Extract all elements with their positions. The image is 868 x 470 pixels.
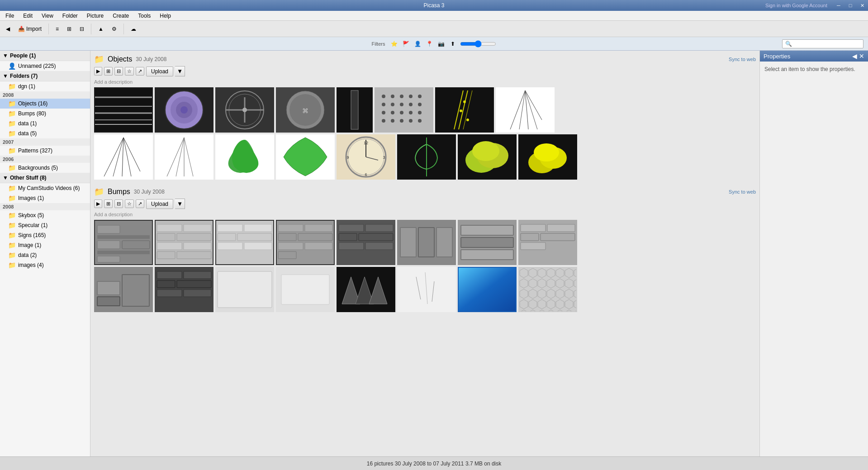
bumps-thumb-13[interactable]: [337, 267, 395, 312]
filter-flag-icon[interactable]: 🚩: [401, 39, 410, 48]
sidebar-item-signs[interactable]: 📁 Signs (165): [0, 230, 90, 240]
photo-thumb-obj6[interactable]: [375, 87, 433, 133]
other-stuff-section-header[interactable]: ▼ Other Stuff (8): [0, 173, 90, 183]
bumps-upload-btn[interactable]: Upload: [146, 199, 173, 209]
objects-description[interactable]: Add a description: [94, 79, 756, 85]
photo-thumb-obj10[interactable]: [155, 134, 213, 180]
bumps-thumb-5[interactable]: [337, 220, 395, 265]
photo-thumb-obj7[interactable]: [435, 87, 494, 133]
people-section-header[interactable]: ▼ People (1): [0, 51, 90, 61]
filter-star-icon[interactable]: ⭐: [389, 39, 398, 48]
menu-create[interactable]: Create: [109, 12, 133, 20]
folders-section-header[interactable]: ▼ Folders (7): [0, 71, 90, 81]
menu-view[interactable]: View: [38, 12, 57, 20]
photo-thumb-obj16[interactable]: [518, 134, 577, 180]
photo-thumb-obj5[interactable]: [337, 87, 373, 133]
filter-upload-icon[interactable]: ⬆: [448, 39, 457, 48]
minimize-button[interactable]: ─: [833, 0, 844, 11]
menu-folder[interactable]: Folder: [59, 12, 81, 20]
filter-camera-icon[interactable]: 📷: [436, 39, 446, 48]
photo-thumb-obj12[interactable]: [276, 134, 335, 180]
bumps-collage-btn[interactable]: ⊞: [104, 199, 113, 208]
photo-thumb-obj9[interactable]: [94, 134, 153, 180]
bumps-thumb-6[interactable]: [397, 220, 456, 265]
view-options-button[interactable]: ⊟: [76, 24, 87, 34]
bumps-thumb-12[interactable]: [276, 267, 335, 312]
objects-play-btn[interactable]: ▶: [94, 67, 102, 76]
objects-share-btn[interactable]: ↗: [136, 67, 144, 76]
sidebar-item-data2[interactable]: 📁 data (2): [0, 250, 90, 260]
menu-file[interactable]: File: [2, 12, 18, 20]
sidebar-item-image1[interactable]: 📁 Image (1): [0, 240, 90, 250]
sidebar-item-data5[interactable]: 📁 data (5): [0, 128, 90, 138]
panel-collapse-btn[interactable]: ◀: [852, 52, 857, 60]
objects-upload-dropdown[interactable]: ▼: [175, 66, 185, 76]
photo-thumb-obj13[interactable]: 12369: [337, 134, 395, 180]
objects-upload-btn[interactable]: Upload: [146, 66, 173, 76]
close-button[interactable]: ✕: [856, 0, 868, 11]
menu-edit[interactable]: Edit: [19, 12, 36, 20]
folder-icon-signs: 📁: [8, 232, 16, 239]
sidebar-item-dgn[interactable]: 📁 dgn (1): [0, 81, 90, 91]
bumps-thumb-1[interactable]: [94, 220, 153, 265]
sidebar-item-skybox[interactable]: 📁 Skybox (5): [0, 210, 90, 220]
bumps-thumb-7[interactable]: [458, 220, 517, 265]
search-input[interactable]: [782, 39, 863, 48]
bumps-thumb-9[interactable]: [94, 267, 153, 312]
sidebar-item-objects[interactable]: 📁 Objects (16): [0, 99, 90, 109]
bumps-description[interactable]: Add a description: [94, 212, 756, 217]
photo-thumb-obj14[interactable]: [397, 134, 456, 180]
bumps-star-btn[interactable]: ☆: [125, 199, 134, 208]
sidebar-item-images1[interactable]: 📁 Images (1): [0, 193, 90, 203]
sidebar-item-images4[interactable]: 📁 images (4): [0, 260, 90, 270]
photo-thumb-obj2[interactable]: [155, 87, 213, 133]
bumps-play-btn[interactable]: ▶: [94, 199, 102, 208]
photo-thumb-obj1[interactable]: [94, 87, 153, 133]
photo-thumb-obj3[interactable]: [215, 87, 274, 133]
bumps-share-btn[interactable]: ↗: [136, 199, 144, 208]
objects-sync-label[interactable]: Sync to web: [729, 57, 756, 62]
sidebar-item-specular[interactable]: 📁 Specular (1): [0, 220, 90, 230]
sidebar-item-camstudio[interactable]: 📁 My CamStudio Videos (6): [0, 183, 90, 193]
bumps-upload-dropdown[interactable]: ▼: [175, 199, 185, 209]
bumps-thumb-15[interactable]: [458, 267, 517, 312]
menu-tools[interactable]: Tools: [134, 12, 154, 20]
sidebar-item-bumps[interactable]: 📁 Bumps (80): [0, 109, 90, 119]
objects-grid-btn[interactable]: ⊟: [114, 67, 123, 76]
sidebar-item-backgrounds[interactable]: 📁 Backgrounds (5): [0, 163, 90, 173]
bumps-thumb-2[interactable]: [155, 220, 213, 265]
bumps-thumb-8[interactable]: [518, 220, 577, 265]
bumps-thumb-3[interactable]: [215, 220, 274, 265]
bumps-thumb-14[interactable]: [397, 267, 456, 312]
panel-close-btn[interactable]: ✕: [859, 52, 864, 60]
bumps-thumb-11[interactable]: [215, 267, 274, 312]
folder-settings-button[interactable]: ⚙: [109, 24, 120, 34]
back-button[interactable]: ◀: [3, 24, 13, 34]
folder-up-button[interactable]: ▲: [95, 24, 107, 34]
bumps-grid-btn[interactable]: ⊟: [114, 199, 123, 208]
view-list-button[interactable]: ≡: [52, 24, 62, 34]
restore-button[interactable]: □: [844, 0, 856, 11]
photo-thumb-obj4[interactable]: ⌘: [276, 87, 335, 133]
photo-thumb-obj8[interactable]: [496, 87, 555, 133]
menu-help[interactable]: Help: [156, 12, 175, 20]
bumps-thumb-10[interactable]: [155, 267, 213, 312]
menu-picture[interactable]: Picture: [83, 12, 107, 20]
bumps-thumb-4[interactable]: [276, 220, 335, 265]
sign-in-link[interactable]: Sign in with Google Account: [765, 0, 827, 11]
sidebar-item-patterns[interactable]: 📁 Patterns (327): [0, 146, 90, 156]
objects-star-btn[interactable]: ☆: [125, 67, 134, 76]
bumps-thumb-16[interactable]: [518, 267, 577, 312]
photo-thumb-obj15[interactable]: [458, 134, 517, 180]
filter-geo-icon[interactable]: 📍: [425, 39, 434, 48]
sidebar-item-unnamed[interactable]: 👤 Unnamed (225): [0, 61, 90, 71]
upload-button[interactable]: ☁: [128, 24, 139, 34]
filter-person-icon[interactable]: 👤: [413, 39, 422, 48]
objects-collage-btn[interactable]: ⊞: [104, 67, 113, 76]
photo-thumb-obj11[interactable]: [215, 134, 274, 180]
import-button[interactable]: 📥 Import: [15, 24, 45, 34]
bumps-sync-label[interactable]: Sync to web: [729, 189, 756, 195]
filter-slider[interactable]: [460, 40, 496, 47]
view-grid-button[interactable]: ⊞: [64, 24, 75, 34]
sidebar-item-data1[interactable]: 📁 data (1): [0, 119, 90, 128]
